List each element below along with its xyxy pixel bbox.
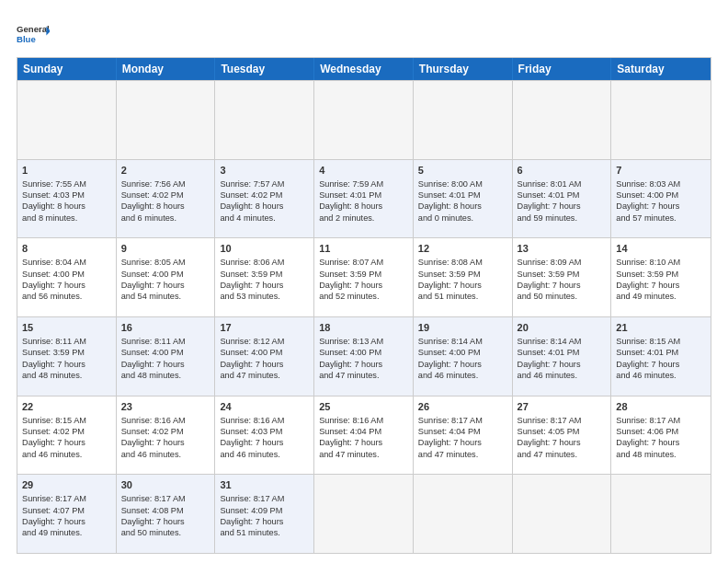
day-info-line: Sunrise: 8:17 AM bbox=[220, 493, 309, 504]
day-info-line: and 52 minutes. bbox=[319, 291, 408, 302]
day-info-line: and 4 minutes. bbox=[220, 213, 309, 224]
day-info-line: Sunrise: 8:14 AM bbox=[518, 336, 607, 347]
day-number: 10 bbox=[220, 242, 309, 256]
day-number: 23 bbox=[121, 400, 210, 414]
day-info-line: Daylight: 7 hours bbox=[319, 280, 408, 291]
day-info-line: Daylight: 8 hours bbox=[121, 201, 210, 212]
day-info-line: Sunset: 4:02 PM bbox=[22, 426, 111, 437]
day-info-line: Sunrise: 7:56 AM bbox=[121, 178, 210, 190]
calendar-day: 18Sunrise: 8:13 AMSunset: 4:00 PMDayligh… bbox=[314, 317, 414, 396]
day-info-line: Sunrise: 8:09 AM bbox=[518, 257, 607, 268]
day-info-line: Daylight: 7 hours bbox=[121, 280, 210, 291]
day-info-line: and 50 minutes. bbox=[518, 291, 607, 302]
logo: General Blue bbox=[17, 17, 50, 50]
day-info-line: Sunset: 4:09 PM bbox=[220, 505, 309, 516]
day-info-line: Sunrise: 8:11 AM bbox=[121, 336, 210, 347]
day-info-line: and 50 minutes. bbox=[121, 527, 210, 538]
day-info-line: Daylight: 7 hours bbox=[418, 359, 507, 370]
day-number: 26 bbox=[418, 400, 507, 414]
calendar-day: 9Sunrise: 8:05 AMSunset: 4:00 PMDaylight… bbox=[117, 238, 216, 316]
day-info-line: Daylight: 7 hours bbox=[22, 280, 111, 291]
day-number: 16 bbox=[121, 321, 210, 335]
day-info-line: Daylight: 7 hours bbox=[418, 437, 507, 448]
day-info-line: Sunrise: 8:10 AM bbox=[616, 257, 706, 268]
day-number: 18 bbox=[319, 321, 408, 335]
calendar-day: 29Sunrise: 8:17 AMSunset: 4:07 PMDayligh… bbox=[17, 475, 117, 553]
day-info-line: Daylight: 7 hours bbox=[518, 280, 607, 291]
day-info-line: Daylight: 7 hours bbox=[616, 359, 706, 370]
day-info-line: Sunset: 4:01 PM bbox=[518, 190, 607, 201]
day-info-line: Sunset: 4:05 PM bbox=[518, 426, 607, 437]
day-info-line: Sunrise: 8:08 AM bbox=[418, 257, 507, 268]
calendar-day: 13Sunrise: 8:09 AMSunset: 3:59 PMDayligh… bbox=[513, 238, 612, 316]
day-info-line: Sunset: 4:00 PM bbox=[319, 347, 408, 358]
day-info-line: Daylight: 7 hours bbox=[319, 437, 408, 448]
calendar-day: 10Sunrise: 8:06 AMSunset: 3:59 PMDayligh… bbox=[215, 238, 314, 316]
calendar-empty-cell bbox=[611, 81, 711, 159]
calendar-day: 27Sunrise: 8:17 AMSunset: 4:05 PMDayligh… bbox=[513, 396, 612, 475]
calendar-day: 4Sunrise: 7:59 AMSunset: 4:01 PMDaylight… bbox=[314, 160, 414, 238]
calendar-day: 24Sunrise: 8:16 AMSunset: 4:03 PMDayligh… bbox=[215, 396, 314, 475]
day-info-line: Sunset: 4:08 PM bbox=[121, 505, 210, 516]
day-info-line: and 47 minutes. bbox=[319, 370, 408, 381]
day-info-line: Sunrise: 7:55 AM bbox=[22, 178, 111, 190]
day-number: 28 bbox=[616, 400, 706, 414]
day-info-line: Daylight: 7 hours bbox=[616, 201, 706, 212]
day-info-line: Sunset: 4:02 PM bbox=[121, 190, 210, 201]
day-header: Tuesday bbox=[215, 58, 314, 80]
day-number: 6 bbox=[518, 164, 607, 178]
day-info-line: Sunrise: 8:00 AM bbox=[418, 178, 507, 190]
calendar-day: 28Sunrise: 8:17 AMSunset: 4:06 PMDayligh… bbox=[611, 396, 711, 475]
day-number: 25 bbox=[319, 400, 408, 414]
day-info-line: Sunset: 3:59 PM bbox=[220, 269, 309, 280]
day-info-line: Sunset: 4:03 PM bbox=[220, 426, 309, 437]
calendar-empty-cell bbox=[314, 475, 414, 553]
calendar-week bbox=[17, 80, 711, 159]
day-number: 15 bbox=[22, 321, 111, 335]
day-header: Sunday bbox=[17, 58, 117, 80]
day-number: 2 bbox=[121, 164, 210, 178]
day-info-line: Sunrise: 8:17 AM bbox=[22, 493, 111, 504]
day-info-line: Daylight: 7 hours bbox=[22, 359, 111, 370]
calendar-day: 23Sunrise: 8:16 AMSunset: 4:02 PMDayligh… bbox=[117, 396, 216, 475]
day-number: 27 bbox=[518, 400, 607, 414]
day-info-line: Sunrise: 8:03 AM bbox=[616, 178, 706, 190]
day-info-line: Daylight: 8 hours bbox=[220, 201, 309, 212]
day-number: 21 bbox=[616, 321, 706, 335]
day-info-line: Sunrise: 8:17 AM bbox=[518, 415, 607, 426]
day-info-line: Sunset: 4:01 PM bbox=[418, 190, 507, 201]
day-info-line: and 46 minutes. bbox=[22, 449, 111, 460]
day-info-line: Daylight: 7 hours bbox=[616, 437, 706, 448]
day-info-line: Daylight: 7 hours bbox=[518, 359, 607, 370]
page: General Blue SundayMondayTuesdayWednesda… bbox=[0, 0, 728, 563]
day-info-line: Daylight: 7 hours bbox=[22, 437, 111, 448]
calendar-day: 7Sunrise: 8:03 AMSunset: 4:00 PMDaylight… bbox=[611, 160, 711, 238]
calendar-week: 1Sunrise: 7:55 AMSunset: 4:03 PMDaylight… bbox=[17, 159, 711, 238]
day-info-line: and 54 minutes. bbox=[121, 291, 210, 302]
calendar-header: SundayMondayTuesdayWednesdayThursdayFrid… bbox=[17, 58, 711, 80]
calendar-week: 8Sunrise: 8:04 AMSunset: 4:00 PMDaylight… bbox=[17, 237, 711, 316]
day-info-line: and 48 minutes. bbox=[616, 449, 706, 460]
day-info-line: Daylight: 7 hours bbox=[220, 359, 309, 370]
day-number: 19 bbox=[418, 321, 507, 335]
day-number: 4 bbox=[319, 164, 408, 178]
day-info-line: and 59 minutes. bbox=[518, 213, 607, 224]
calendar-day: 31Sunrise: 8:17 AMSunset: 4:09 PMDayligh… bbox=[215, 475, 314, 553]
day-info-line: Sunset: 4:07 PM bbox=[22, 505, 111, 516]
calendar-empty-cell bbox=[513, 475, 612, 553]
day-info-line: Sunset: 4:03 PM bbox=[22, 190, 111, 201]
day-info-line: and 51 minutes. bbox=[220, 527, 309, 538]
svg-text:Blue: Blue bbox=[17, 34, 36, 44]
day-header: Wednesday bbox=[314, 58, 414, 80]
day-number: 17 bbox=[220, 321, 309, 335]
day-info-line: and 47 minutes. bbox=[518, 449, 607, 460]
day-number: 12 bbox=[418, 242, 507, 256]
day-number: 24 bbox=[220, 400, 309, 414]
calendar-day: 16Sunrise: 8:11 AMSunset: 4:00 PMDayligh… bbox=[117, 317, 216, 396]
day-info-line: Sunrise: 8:07 AM bbox=[319, 257, 408, 268]
calendar-day: 19Sunrise: 8:14 AMSunset: 4:00 PMDayligh… bbox=[414, 317, 513, 396]
day-number: 22 bbox=[22, 400, 111, 414]
day-info-line: Sunrise: 8:17 AM bbox=[121, 493, 210, 504]
day-info-line: Sunset: 4:06 PM bbox=[616, 426, 706, 437]
day-info-line: Sunset: 4:04 PM bbox=[319, 426, 408, 437]
